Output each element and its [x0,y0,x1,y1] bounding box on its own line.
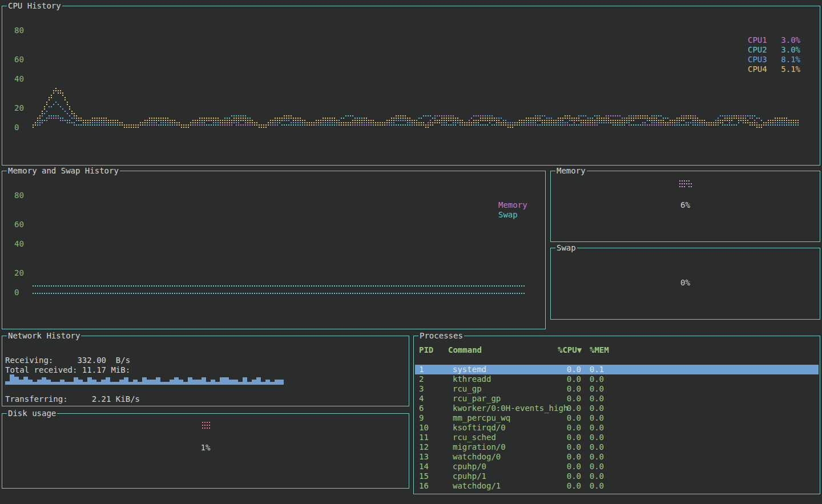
process-cpu-percent: 0.0 [556,462,581,471]
process-cpu-percent: 0.0 [556,365,581,374]
gauge-dot [684,183,685,184]
process-cpu-percent: 0.0 [556,394,581,404]
process-cpu-percent: 0.0 [556,442,581,452]
process-cpu-percent: 0.0 [556,471,581,481]
process-cpu-percent: 0.0 [556,452,581,462]
process-command: watchdog/1 [453,481,501,491]
process-mem-percent: 0.0 [581,423,604,433]
swap-gauge-value: 0% [551,278,820,288]
process-row[interactable]: 15cpuhp/10.00.0 [415,471,819,481]
process-pid: 1 [419,365,424,374]
cpu-axis-tick-40: 40 [14,74,24,84]
cpu-history-panel: CPU History 806040200 CPU13.0%CPU23.0%CP… [2,6,820,166]
memory-gauge-value: 6% [551,200,820,210]
process-pid: 10 [419,423,429,433]
gauge-dot [688,180,690,182]
process-command: cpuhp/1 [453,471,486,481]
process-mem-percent: 0.0 [581,374,604,384]
process-command: rcu_sched [453,433,496,442]
process-pid: 14 [419,462,429,471]
column-header-command[interactable]: Command [448,345,482,355]
memory-swap-legend-swap: Swap [498,210,518,220]
memory-swap-history-panel: Memory and Swap History 806040200 Memory… [2,171,546,329]
process-pid: 15 [419,471,429,481]
process-row[interactable]: 12migration/00.00.0 [415,442,819,452]
gauge-dot [207,425,208,426]
gauge-dot [209,428,210,429]
process-command: ksoftirqd/0 [453,423,506,433]
gauge-dot [204,422,206,423]
gauge-dot [682,183,683,184]
process-command: kworker/0:0H-events_high [453,404,568,413]
process-row[interactable]: 3rcu_gp0.00.0 [415,384,819,394]
process-mem-percent: 0.0 [581,394,604,404]
disk-usage-value: 1% [2,443,409,453]
swap-gauge-title: Swap [555,243,577,253]
gauge-dot [204,428,206,429]
cpu-axis-tick-80: 80 [14,26,24,35]
process-command: watchdog/0 [453,452,501,462]
network-receiving-text: Receiving: 332.00 B/s [5,356,130,365]
column-header-pid[interactable]: PID [419,345,433,355]
process-command: rcu_gp [453,384,482,394]
gauge-dot [207,422,208,423]
process-command: migration/0 [453,442,506,452]
network-transferring-text: Transferring: 2.21 KiB/s [5,394,140,404]
gauge-dot [202,422,203,423]
gauge-dot [204,425,206,426]
cpu-axis-tick-60: 60 [14,55,24,64]
process-row[interactable]: 11rcu_sched0.00.0 [415,433,819,442]
processes-title: Processes [418,331,464,341]
swap-gauge-panel: Swap 0% [550,248,820,320]
memory-swap-chart [33,257,527,297]
system-monitor-screen: { "colors": { "background": "#2b2d2d", "… [0,0,822,504]
process-mem-percent: 0.0 [581,404,604,413]
process-row-selected[interactable]: 1systemd0.00.1 [415,365,819,374]
process-mem-percent: 0.1 [581,365,604,374]
gauge-dot [207,428,208,429]
process-cpu-percent: 0.0 [556,384,581,394]
memory-gauge-panel: Memory 6% [550,171,820,242]
cpu-history-chart [33,18,800,134]
memory-axis-tick-60: 60 [14,220,24,229]
gauge-dot [209,422,210,423]
process-row[interactable]: 2kthreadd0.00.0 [415,374,819,384]
process-cpu-percent: 0.0 [556,404,581,413]
process-cpu-percent: 0.0 [556,481,581,491]
column-header-mem[interactable]: %MEM [590,345,609,355]
process-row[interactable]: 16watchdog/10.00.0 [415,481,819,491]
process-cpu-percent: 0.0 [556,423,581,433]
process-mem-percent: 0.0 [581,462,604,471]
memory-swap-legend-memory: Memory [498,200,527,210]
process-mem-percent: 0.0 [581,452,604,462]
gauge-dot [679,186,680,187]
column-header-cpu-sorted-desc[interactable]: %CPU▼ [558,345,582,355]
process-row[interactable]: 6kworker/0:0H-events_high0.00.0 [415,404,819,413]
cpu-axis-tick-20: 20 [14,103,24,113]
process-mem-percent: 0.0 [581,433,604,442]
process-command: cpuhp/0 [453,462,486,471]
process-row[interactable]: 13watchdog/00.00.0 [415,452,819,462]
process-pid: 2 [419,374,424,384]
process-cpu-percent: 0.0 [556,433,581,442]
gauge-dot [688,183,690,184]
process-row[interactable]: 9mm_percpu_wq0.00.0 [415,413,819,423]
disk-usage-title: Disk usage [7,409,57,418]
memory-gauge-title: Memory [555,166,587,176]
process-row[interactable]: 4rcu_par_gp0.00.0 [415,394,819,404]
process-row[interactable]: 14cpuhp/00.00.0 [415,462,819,471]
process-mem-percent: 0.0 [581,471,604,481]
process-mem-percent: 0.0 [581,384,604,394]
process-pid: 4 [419,394,424,404]
process-mem-percent: 0.0 [581,481,604,491]
gauge-dot [684,186,685,187]
gauge-dot [682,180,683,182]
process-mem-percent: 0.0 [581,442,604,452]
gauge-dot [684,180,685,182]
process-cpu-percent: 0.0 [556,374,581,384]
cpu-axis-tick-0: 0 [14,123,19,132]
process-command: systemd [453,365,486,374]
process-row[interactable]: 10ksoftirqd/00.00.0 [415,423,819,433]
network-history-title: Network History [7,331,81,341]
process-command: kthreadd [453,374,491,384]
